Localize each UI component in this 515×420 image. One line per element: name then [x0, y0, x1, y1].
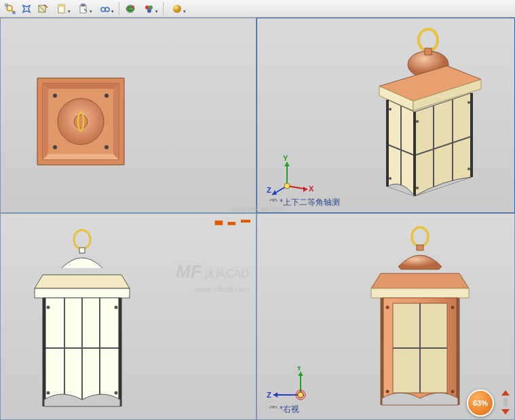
- svg-point-11: [105, 7, 109, 12]
- svg-rect-2: [5, 4, 7, 6]
- svg-point-76: [47, 306, 50, 309]
- svg-text:Z: Z: [267, 186, 271, 194]
- svg-marker-24: [43, 83, 48, 159]
- link-icon: [269, 405, 278, 412]
- decoration: ▃ ▂ ▬: [215, 214, 252, 225]
- model-isometric: [352, 25, 501, 213]
- viewport-grid: X Y Z *上下二等角轴测 MF: [0, 18, 515, 420]
- svg-point-10: [101, 7, 105, 12]
- svg-text:Y: Y: [297, 366, 302, 372]
- dropdown-arrow-icon: ▾: [68, 9, 71, 14]
- svg-marker-23: [43, 154, 119, 159]
- dropdown-arrow-icon: ▾: [183, 9, 186, 14]
- svg-rect-9: [81, 4, 85, 6]
- svg-point-78: [115, 306, 118, 309]
- viewport-top-left[interactable]: [0, 18, 256, 213]
- svg-point-18: [147, 9, 151, 13]
- svg-point-77: [47, 392, 50, 395]
- svg-point-53: [468, 101, 470, 104]
- svg-text:Y: Y: [283, 155, 288, 162]
- svg-point-32: [104, 145, 109, 149]
- svg-rect-104: [503, 398, 508, 406]
- orientation-triad-icon: X Y Z: [267, 155, 314, 203]
- svg-point-49: [389, 108, 392, 111]
- model-top-view: [33, 74, 128, 169]
- svg-point-93: [451, 390, 455, 394]
- svg-rect-68: [35, 288, 130, 298]
- svg-point-92: [451, 306, 455, 309]
- svg-text:Z: Z: [267, 391, 271, 399]
- zoom-fit-icon[interactable]: [3, 1, 18, 16]
- svg-point-30: [104, 94, 109, 98]
- separator: [163, 2, 164, 16]
- dropdown-arrow-icon: ▾: [111, 9, 114, 14]
- separator: [119, 2, 119, 16]
- view-label: *右视: [269, 404, 299, 415]
- zoom-window-icon[interactable]: [19, 1, 34, 16]
- svg-marker-95: [298, 372, 303, 376]
- svg-marker-67: [35, 275, 130, 288]
- glasses-icon[interactable]: ▾: [95, 1, 115, 16]
- globe-appearance-icon[interactable]: [123, 1, 138, 16]
- progress-badge: 63%: [467, 389, 494, 417]
- svg-point-54: [468, 168, 470, 170]
- svg-rect-83: [371, 288, 469, 298]
- svg-marker-40: [415, 93, 472, 196]
- page-icon[interactable]: ▾: [52, 1, 72, 16]
- toolbar: ▾ ▾ ▾ ▾ ▾: [0, 0, 515, 18]
- svg-point-91: [386, 390, 389, 394]
- view-label: *上下二等角轴测: [269, 197, 340, 208]
- svg-point-90: [386, 306, 389, 309]
- svg-marker-105: [501, 409, 510, 415]
- svg-rect-7: [58, 5, 64, 7]
- svg-text:X: X: [309, 185, 314, 193]
- gold-ball-icon[interactable]: ▾: [167, 1, 187, 16]
- model-front-wire: [21, 227, 143, 417]
- viewport-bottom-left[interactable]: MF 沐风CAD www.mfcad.com ▃ ▂ ▬: [0, 213, 256, 420]
- svg-marker-22: [43, 83, 119, 89]
- svg-rect-8: [80, 5, 86, 13]
- svg-rect-35: [425, 48, 432, 55]
- svg-marker-82: [371, 273, 469, 288]
- svg-point-29: [53, 94, 57, 98]
- viewport-top-right[interactable]: X Y Z *上下二等角轴测: [256, 18, 515, 213]
- svg-point-52: [416, 187, 419, 189]
- svg-marker-103: [501, 390, 510, 396]
- link-icon: [269, 198, 278, 205]
- viewport-bottom-right[interactable]: Y Z *右视 63%: [256, 213, 515, 420]
- svg-rect-81: [417, 245, 423, 250]
- svg-marker-59: [284, 162, 290, 166]
- side-arrows-icon[interactable]: [500, 389, 511, 416]
- svg-point-64: [284, 183, 290, 189]
- watermark: MF 沐风CAD www.mfcad.com: [176, 261, 249, 294]
- model-right-shaded: [359, 225, 481, 415]
- svg-point-50: [389, 177, 392, 180]
- svg-point-27: [74, 115, 88, 128]
- svg-point-31: [53, 145, 57, 149]
- dropdown-arrow-icon: ▾: [155, 9, 158, 14]
- svg-marker-98: [273, 392, 278, 398]
- palette-icon[interactable]: ▾: [139, 1, 159, 16]
- svg-point-15: [132, 5, 134, 8]
- svg-point-65: [74, 230, 90, 249]
- svg-rect-66: [79, 248, 85, 253]
- svg-point-51: [416, 120, 419, 123]
- dropdown-arrow-icon: ▾: [90, 9, 92, 14]
- svg-marker-25: [113, 83, 119, 159]
- svg-point-19: [173, 5, 181, 13]
- orientation-triad-icon: Y Z: [267, 366, 321, 407]
- section-icon[interactable]: [35, 1, 50, 16]
- svg-point-79: [115, 392, 118, 395]
- svg-point-102: [298, 392, 303, 398]
- svg-point-80: [412, 227, 428, 246]
- clipboard-icon[interactable]: ▾: [73, 1, 94, 16]
- svg-marker-56: [303, 187, 307, 192]
- svg-point-33: [419, 29, 438, 51]
